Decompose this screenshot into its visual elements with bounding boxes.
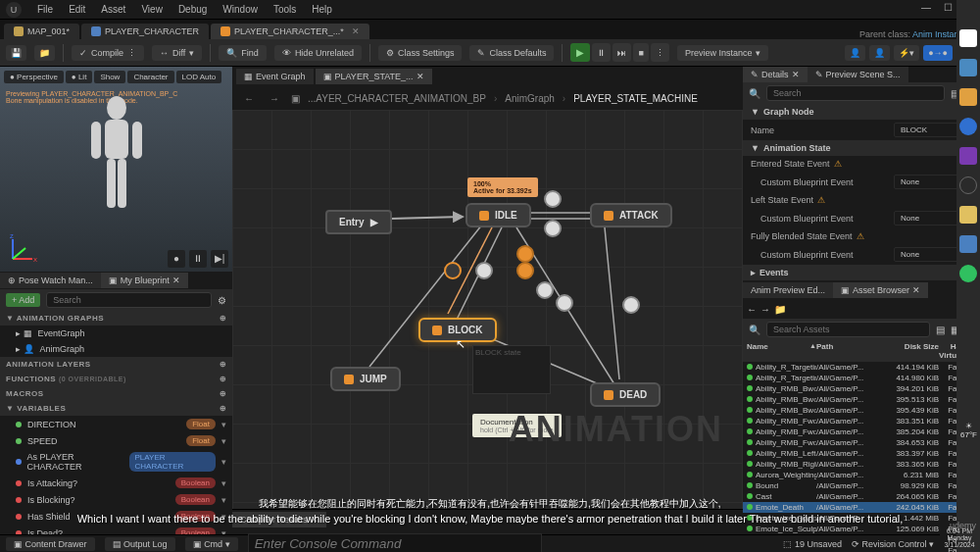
variable-item[interactable]: SPEEDFloat▾	[0, 432, 232, 449]
nav-back-icon[interactable]: ←	[240, 93, 258, 104]
node-dead[interactable]: DEAD	[590, 382, 661, 407]
menu-edit[interactable]: Edit	[69, 4, 85, 15]
transition-node[interactable]	[556, 294, 573, 312]
asset-row[interactable]: Ability_RMB_FwdLeft/All/Game/P...385.204…	[743, 427, 980, 437]
tab-event-graph[interactable]: ▦ Event Graph	[236, 69, 314, 84]
section-anim-graphs[interactable]: ▼ ANIMATION GRAPHS⊕	[0, 311, 232, 326]
asset-row[interactable]: Ability_R_Targeting_M/All/Game/P...414.9…	[743, 373, 980, 383]
menu-file[interactable]: File	[37, 4, 53, 15]
variable-item[interactable]: DIRECTIONFloat▾	[0, 416, 232, 432]
section-anim-state[interactable]: ▼ Animation State	[743, 140, 980, 156]
transition-node[interactable]	[516, 262, 534, 279]
edge-icon[interactable]	[959, 118, 977, 135]
transition-node[interactable]	[475, 262, 493, 279]
app-icon[interactable]	[959, 235, 977, 253]
vp-perspective[interactable]: ● Perspective	[4, 71, 64, 83]
nav-back-icon[interactable]: ←	[747, 304, 757, 315]
transition-node[interactable]	[544, 220, 562, 237]
vp-step-button[interactable]: ▶|	[211, 250, 228, 268]
node-idle[interactable]: 100%Active for 33.392s IDLE	[466, 203, 531, 227]
close-icon[interactable]: ✕	[792, 70, 800, 79]
asset-row[interactable]: Ability_RMB_Left/All/Game/P...383.397 Ki…	[743, 448, 980, 459]
transition-node[interactable]	[544, 190, 562, 208]
app-icon[interactable]	[959, 147, 977, 165]
menu-window[interactable]: Window	[222, 4, 258, 15]
crumb-bp[interactable]: ...AYER_CHARACTER_ANIMATION_BP	[308, 93, 486, 104]
clock[interactable]: 6:04 PMMonday3/11/2024	[941, 527, 978, 548]
node-attack[interactable]: ATTACK	[590, 203, 672, 227]
nav-fwd-icon[interactable]: →	[760, 304, 770, 315]
stop-button[interactable]: ■	[633, 43, 648, 62]
asset-header-row[interactable]: Name ▲ Path Disk Size Has Virtualized	[743, 340, 980, 362]
asset-row[interactable]: Ability_RMB_BwdRigh/All/Game/P...395.439…	[743, 405, 980, 416]
asset-row[interactable]: Ability_RMB_Fwd/All/Game/P...383.351 KiB…	[743, 416, 980, 427]
variable-item[interactable]: As PLAYER CHARACTERPLAYER CHARACTER▾	[0, 449, 232, 475]
menu-help[interactable]: Help	[312, 4, 332, 15]
section-functions[interactable]: FUNCTIONS (0 OVERRIDABLE)⊕	[0, 372, 232, 386]
tab-asset-browser[interactable]: ▣ Asset Browser ✕	[833, 282, 928, 298]
eject-button[interactable]: ⋮	[651, 43, 669, 62]
menu-asset[interactable]: Asset	[101, 4, 125, 15]
menu-tools[interactable]: Tools	[273, 4, 296, 15]
vp-show[interactable]: Show	[94, 71, 125, 83]
tab-state-machine[interactable]: ▣ PLAYER_STATE_... ✕	[316, 69, 432, 84]
tab-anim-preview[interactable]: Anim Preview Ed...	[743, 282, 833, 298]
nav-fwd-icon[interactable]: →	[266, 93, 283, 104]
revision-control-button[interactable]: ⟳ Revision Control ▾	[852, 539, 934, 549]
compile-button[interactable]: ✓ Compile ⋮	[72, 45, 144, 61]
tab-close-icon[interactable]: ✕	[352, 26, 360, 36]
tab-my-blueprint[interactable]: ▣ My Blueprint ✕	[101, 273, 188, 288]
explorer-icon[interactable]	[959, 88, 977, 106]
tab-anim-bp[interactable]: PLAYER_CHARACTER_...*✕	[211, 24, 369, 39]
section-graph-node[interactable]: ▼ Graph Node	[743, 104, 980, 120]
transition-node[interactable]	[444, 262, 462, 279]
filter-icon[interactable]: ▤	[936, 325, 945, 335]
pause-button[interactable]: ⏸	[592, 43, 611, 62]
crumb-statemachine[interactable]: PLAYER_STATE_MACHINE	[573, 93, 698, 104]
find-button[interactable]: 🔍 Find	[219, 45, 267, 61]
minimize-icon[interactable]: —	[919, 2, 933, 13]
tab-preview-scene[interactable]: ✎ Preview Scene S...	[808, 67, 908, 82]
copilot-icon[interactable]	[959, 59, 977, 76]
play-button[interactable]: ▶	[570, 43, 590, 62]
folder-icon[interactable]: 📁	[774, 304, 786, 315]
unsaved-status[interactable]: ⬚ 19 Unsaved	[783, 539, 842, 549]
section-variables[interactable]: ▼ VARIABLES⊕	[0, 401, 232, 416]
section-anim-layers[interactable]: ANIMATION LAYERS⊕	[0, 357, 232, 372]
weather-widget[interactable]: ☀67°F	[960, 422, 977, 439]
content-drawer-button[interactable]: ▣ Content Drawer	[6, 537, 95, 551]
app-icon[interactable]	[959, 206, 977, 224]
hide-unrelated-button[interactable]: 👁 Hide Unrelated	[274, 45, 362, 61]
menu-view[interactable]: View	[141, 4, 163, 15]
asset-row[interactable]: Ability_RMB_FwdRight/All/Game/P...384.65…	[743, 437, 980, 448]
vp-lit[interactable]: ● Lit	[66, 71, 93, 83]
details-search-input[interactable]	[766, 85, 945, 101]
item-anim-graph[interactable]: ▸ 👤 AnimGraph	[0, 341, 232, 357]
graph-canvas[interactable]: Entry ▶ 100%Active for 33.392s IDLE ATTA…	[232, 110, 743, 509]
mybp-search-input[interactable]	[46, 292, 212, 308]
cmd-dropdown[interactable]: ▣ Cmd ▾	[185, 537, 238, 551]
tab-player-character[interactable]: PLAYER_CHARACTER	[81, 24, 209, 39]
menu-debug[interactable]: Debug	[178, 4, 207, 15]
mesh-mode-button[interactable]: 👤	[869, 45, 890, 61]
console-command-input[interactable]	[248, 533, 542, 552]
skeleton-mode-button[interactable]: 👤	[845, 45, 865, 61]
section-events[interactable]: ▸ Events	[743, 265, 980, 280]
item-event-graph[interactable]: ▸ ▦ EventGraph	[0, 326, 232, 341]
browse-button[interactable]: 📁	[34, 45, 55, 61]
anim-mode-button[interactable]: ⚡▾	[894, 45, 919, 61]
asset-row[interactable]: Ability_RMB_BwdLeft/All/Game/P...395.513…	[743, 394, 980, 405]
add-button[interactable]: + Add	[6, 293, 40, 307]
asset-row[interactable]: Ability_R_Targeting_.../All/Game/P...414…	[743, 362, 980, 373]
animbp-mode-button[interactable]: ●→●	[923, 45, 953, 61]
crumb-root-icon[interactable]: ▣	[291, 93, 300, 104]
node-entry[interactable]: Entry ▶	[325, 210, 392, 234]
class-defaults-button[interactable]: ✎ Class Defaults	[469, 45, 554, 61]
vp-character[interactable]: Character	[127, 71, 173, 83]
vp-pause-button[interactable]: ⏸	[189, 250, 207, 268]
variable-item[interactable]: Is Attacking?Boolean▾	[0, 475, 232, 491]
output-log-button[interactable]: ▤ Output Log	[105, 537, 175, 551]
asset-row[interactable]: Bound/All/Game/P...98.929 KiBFalse	[743, 480, 980, 491]
transition-node[interactable]	[622, 296, 640, 314]
asset-row[interactable]: Ability_RMB_Right/All/Game/P...383.365 K…	[743, 459, 980, 470]
